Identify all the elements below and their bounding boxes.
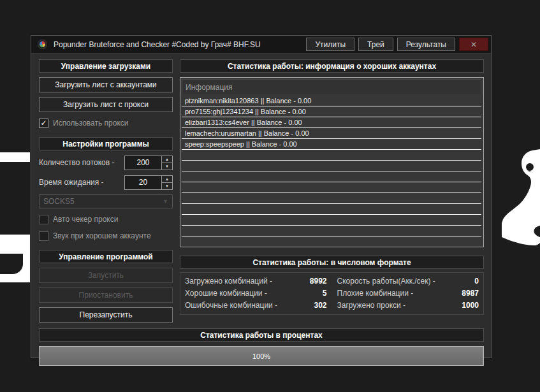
tray-button[interactable]: Трей xyxy=(358,38,393,51)
start-button[interactable]: Запустить xyxy=(39,268,173,283)
crow-silhouette xyxy=(500,148,540,256)
settings-group-header: Настройки программы xyxy=(39,137,173,150)
account-row[interactable]: elizbari1313:cs4ever || Balance - 0.00 xyxy=(182,117,481,128)
checkmark-icon: ✓ xyxy=(40,119,47,127)
account-row-empty[interactable] xyxy=(182,182,481,193)
left-panel: Управление загрузками Загрузить лист с а… xyxy=(39,59,173,323)
use-proxy-checkbox[interactable]: ✓ xyxy=(39,119,48,128)
account-row-empty[interactable] xyxy=(182,150,481,161)
control-group-header: Управление программой xyxy=(39,250,173,263)
auto-check-label: Авто чекер прокси xyxy=(53,215,118,224)
titlebar[interactable]: Popunder Bruteforce and Checker #Coded b… xyxy=(31,36,491,54)
threads-down-icon[interactable]: ▼ xyxy=(162,163,172,170)
timeout-up-icon[interactable]: ▲ xyxy=(162,176,172,183)
stat-bad-combos-value: 8987 xyxy=(462,289,479,298)
background-shape-notch xyxy=(0,254,23,274)
stat-speed-value: 0 xyxy=(474,277,479,286)
account-row[interactable]: ptznikman:nikita120863 || Balance - 0.00 xyxy=(182,96,481,106)
restart-button[interactable]: Перезапустить xyxy=(39,307,173,323)
pause-button[interactable]: Приостановить xyxy=(39,287,173,303)
sound-checkbox[interactable] xyxy=(39,231,48,241)
stat-loaded-proxy-label: Загружено прокси - xyxy=(337,301,462,310)
use-proxy-row[interactable]: ✓ Использовать прокси xyxy=(39,117,173,129)
results-button[interactable]: Результаты xyxy=(397,38,455,51)
numeric-stats-header: Статистика работы: в числовом формате xyxy=(180,256,484,269)
accounts-rows-container: ptznikman:nikita120863 || Balance - 0.00… xyxy=(182,96,481,247)
stat-bad-combos-label: Плохие комбинации - xyxy=(337,289,462,298)
numeric-stats-box: Загружено комбинаций - 8992 Скорость раб… xyxy=(180,272,484,315)
sound-row[interactable]: Звук при хорошем аккаунте xyxy=(39,230,173,242)
timeout-stepper[interactable]: 20 ▲ ▼ xyxy=(124,175,173,190)
stat-loaded-combos-value: 8992 xyxy=(310,277,327,286)
timeout-value[interactable]: 20 xyxy=(125,176,161,189)
stat-loaded-combos-label: Загружено комбинаций - xyxy=(185,277,310,286)
downloads-group-header: Управление загрузками xyxy=(39,59,173,73)
background-shape-left-bar xyxy=(0,152,31,162)
account-row-empty[interactable] xyxy=(182,193,481,204)
sound-label: Звук при хорошем аккаунте xyxy=(53,231,151,240)
progress-header: Статистика работы в процентах xyxy=(39,328,484,342)
account-row-empty[interactable] xyxy=(182,226,481,236)
auto-check-row[interactable]: Авто чекер прокси xyxy=(39,214,173,225)
progress-bar: 100% xyxy=(39,346,484,366)
account-row[interactable]: speep:speepspeep || Balance - 0.00 xyxy=(182,139,481,150)
account-row-empty[interactable] xyxy=(182,204,481,215)
account-row[interactable]: lemachech:urusmartan || Balance - 0.00 xyxy=(182,128,481,139)
threads-up-icon[interactable]: ▲ xyxy=(162,156,172,163)
stat-loaded-proxy-value: 1000 xyxy=(462,301,479,310)
load-proxy-button[interactable]: Загрузить лист с прокси xyxy=(39,97,173,112)
timeout-down-icon[interactable]: ▼ xyxy=(162,183,172,189)
proxy-type-dropdown[interactable]: SOCKS5 ▼ xyxy=(39,194,173,208)
stat-speed-label: Скорость работы(Акк./сек) - xyxy=(337,277,475,286)
stat-error-combos-label: Ошибочные комбинации - xyxy=(185,301,314,310)
timeout-label: Время ожидания - xyxy=(39,178,124,187)
progress-percent: 100% xyxy=(40,347,483,365)
accounts-list[interactable]: Информация ptznikman:nikita120863 || Bal… xyxy=(180,77,484,247)
app-icon xyxy=(38,40,47,49)
account-row[interactable]: pro7155:ghj12341234 || Balance - 0.00 xyxy=(182,106,481,117)
background-shape-left-block xyxy=(0,235,32,282)
close-icon: ✕ xyxy=(471,40,477,49)
progress-section: Статистика работы в процентах 100% xyxy=(39,328,484,366)
use-proxy-label: Использовать прокси xyxy=(53,119,129,127)
threads-value[interactable]: 200 xyxy=(125,156,161,170)
load-accounts-button[interactable]: Загрузить лист с аккаунтами xyxy=(39,77,173,92)
accounts-group-header: Статистика работы: информация о хороших … xyxy=(180,59,484,73)
account-row-empty[interactable] xyxy=(182,161,481,171)
app-window: Popunder Bruteforce and Checker #Coded b… xyxy=(31,35,492,358)
stat-error-combos-value: 302 xyxy=(314,301,326,310)
utilities-button[interactable]: Утилиты xyxy=(306,38,354,51)
chevron-down-icon: ▼ xyxy=(163,198,168,205)
auto-check-checkbox[interactable] xyxy=(39,215,48,224)
window-title: Popunder Bruteforce and Checker #Coded b… xyxy=(54,40,306,49)
accounts-list-column-header: Информация xyxy=(182,79,481,94)
proxy-type-value: SOCKS5 xyxy=(43,197,163,206)
account-row-empty[interactable] xyxy=(182,236,481,247)
right-panel: Статистика работы: информация о хороших … xyxy=(180,59,484,323)
threads-label: Количество потоков - xyxy=(39,158,124,167)
close-button[interactable]: ✕ xyxy=(459,38,488,51)
threads-stepper[interactable]: 200 ▲ ▼ xyxy=(124,156,173,170)
account-row-empty[interactable] xyxy=(182,171,481,182)
stat-good-combos-label: Хорошие комбинации - xyxy=(185,289,323,298)
stat-good-combos-value: 5 xyxy=(323,289,327,298)
account-row-empty[interactable] xyxy=(182,215,481,226)
desktop: { "icons": { "checkmark": "✓", "close": … xyxy=(0,0,540,392)
